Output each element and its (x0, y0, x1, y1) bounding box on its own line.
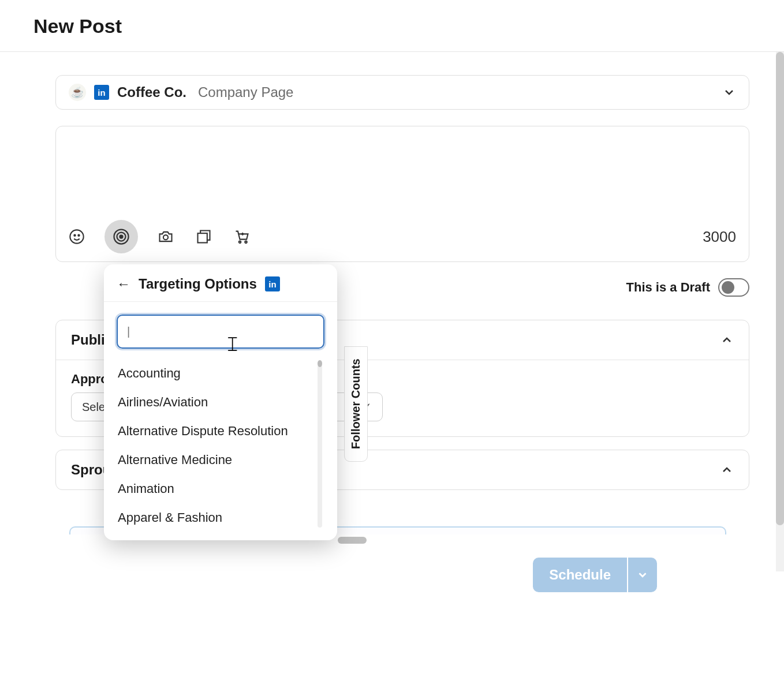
post-composer[interactable]: 3000 (55, 126, 749, 262)
schedule-dropdown-button[interactable] (628, 558, 657, 592)
profile-subtitle: Company Page (198, 84, 293, 100)
svg-point-1 (74, 235, 75, 236)
emoji-icon[interactable] (66, 226, 87, 247)
gallery-icon[interactable] (193, 226, 214, 247)
draft-toggle[interactable] (718, 278, 749, 297)
svg-point-6 (163, 235, 168, 240)
select-placeholder: Sele (82, 401, 105, 414)
profile-selector[interactable]: ☕ in Coffee Co. Company Page (55, 75, 749, 110)
targeting-search-input[interactable] (117, 315, 324, 349)
svg-point-0 (70, 230, 83, 243)
svg-point-8 (239, 241, 241, 244)
schedule-button[interactable]: Schedule (533, 558, 627, 592)
list-scrollbar-track[interactable] (318, 360, 322, 528)
svg-point-9 (245, 241, 247, 244)
chevron-down-icon (722, 85, 736, 99)
page-title: New Post (0, 0, 784, 51)
follower-counts-tab[interactable]: Follower Counts (344, 346, 368, 462)
char-remaining: 3000 (703, 228, 736, 246)
targeting-options-list: Accounting Airlines/Aviation Alternative… (117, 359, 324, 532)
targeting-option[interactable]: Apparel & Fashion (117, 503, 318, 532)
camera-icon[interactable] (155, 226, 176, 247)
targeting-popover: ← Targeting Options in 𝙸 Accounting Airl… (104, 264, 337, 540)
back-arrow-icon[interactable]: ← (117, 276, 130, 292)
cart-icon[interactable] (232, 226, 252, 247)
horizontal-scrollbar[interactable] (338, 537, 367, 544)
chevron-up-icon (720, 463, 734, 477)
targeting-icon[interactable] (104, 220, 138, 253)
profile-name: Coffee Co. (117, 84, 186, 100)
targeting-option[interactable]: Airlines/Aviation (117, 388, 318, 417)
coffee-icon: ☕ (69, 84, 86, 101)
targeting-option[interactable]: Accounting (117, 359, 318, 388)
svg-rect-7 (198, 233, 207, 242)
draft-label: This is a Draft (626, 280, 710, 295)
composer-toolbar: 3000 (66, 220, 736, 253)
targeting-title: Targeting Options (139, 276, 257, 292)
chevron-up-icon (720, 333, 734, 347)
list-scrollbar-thumb[interactable] (318, 360, 322, 367)
linkedin-icon: in (94, 85, 109, 100)
svg-point-5 (120, 235, 123, 238)
schedule-bar: Schedule (533, 558, 657, 592)
targeting-option[interactable]: Animation (117, 474, 318, 503)
svg-point-2 (78, 235, 79, 236)
linkedin-icon: in (265, 276, 280, 291)
targeting-option[interactable]: Alternative Medicine (117, 446, 318, 474)
toggle-knob (722, 281, 734, 294)
targeting-option[interactable]: Alternative Dispute Resolution (117, 417, 318, 446)
